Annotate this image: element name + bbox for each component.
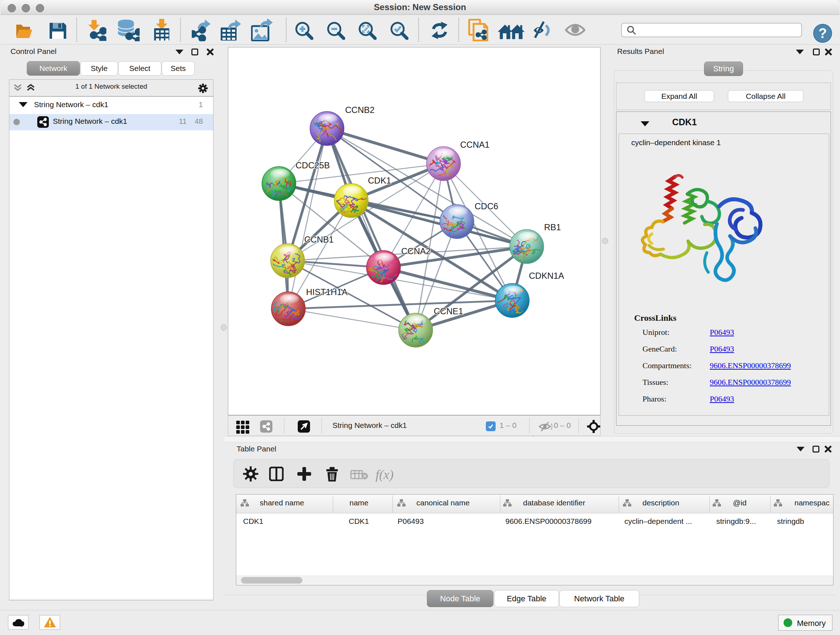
svg-text:CDC6: CDC6: [475, 201, 498, 211]
svg-text:CCNA2: CCNA2: [401, 246, 431, 256]
svg-text:CDKN1A: CDKN1A: [529, 271, 564, 280]
svg-text:CCNB1: CCNB1: [304, 234, 333, 244]
svg-text:CCNB2: CCNB2: [345, 105, 374, 115]
svg-text:CDC25B: CDC25B: [295, 160, 330, 170]
svg-text:RB1: RB1: [544, 222, 561, 232]
svg-text:HIST1H1A: HIST1H1A: [306, 287, 347, 297]
svg-text:CCNE1: CCNE1: [434, 306, 463, 316]
svg-text:CCNA1: CCNA1: [460, 140, 489, 149]
svg-text:CDK1: CDK1: [368, 176, 391, 185]
